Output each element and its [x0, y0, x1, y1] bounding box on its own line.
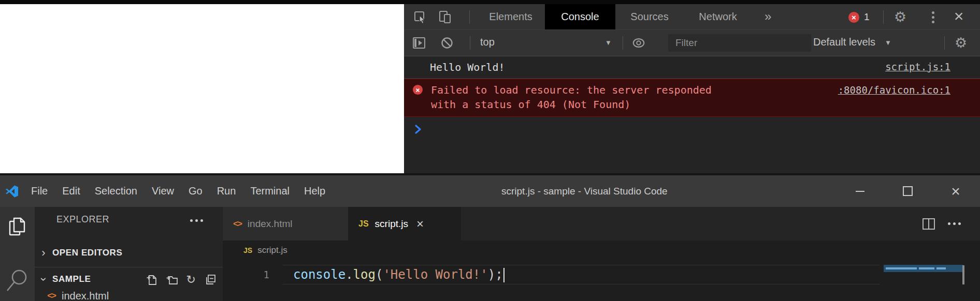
- maximize-button[interactable]: [899, 175, 916, 207]
- gear-icon: ⚙: [894, 10, 906, 24]
- tab-network[interactable]: Network: [684, 4, 752, 29]
- section-divider: [35, 267, 223, 267]
- inspect-element-icon-svg: [413, 10, 427, 24]
- open-editors-label: OPEN EDITORS: [52, 248, 122, 258]
- code-line-1[interactable]: console.log('Hello World!');: [293, 265, 505, 284]
- error-badge-count: 1: [864, 11, 870, 23]
- editor-group: <> index.html JS script.js ×: [223, 207, 980, 301]
- code-area[interactable]: 1 console.log('Hello World!');: [223, 260, 980, 301]
- js-file-icon: JS: [243, 246, 252, 254]
- toolbar-divider-1: [470, 36, 470, 50]
- live-expression-eye-icon[interactable]: [632, 36, 645, 50]
- collapse-all-icon[interactable]: [204, 274, 217, 286]
- tab-elements[interactable]: Elements: [477, 4, 545, 29]
- tab-close-icon[interactable]: ×: [416, 218, 424, 230]
- vscode-main: EXPLORER › OPEN EDITORS › SAMPLE: [0, 207, 980, 301]
- console-filter-input[interactable]: [668, 34, 811, 52]
- explorer-activity-icon[interactable]: [0, 216, 35, 237]
- menu-selection[interactable]: Selection: [88, 185, 145, 197]
- activity-bar: [0, 207, 35, 301]
- menu-file[interactable]: File: [24, 185, 55, 197]
- menu-help[interactable]: Help: [297, 185, 333, 197]
- close-icon: ×: [954, 8, 964, 24]
- explorer-more-actions-icon[interactable]: [190, 219, 203, 222]
- devtools-settings-icon[interactable]: ⚙: [893, 10, 907, 24]
- error-icon: ×: [413, 85, 423, 95]
- editor-tab-script-js[interactable]: JS script.js ×: [348, 207, 461, 240]
- new-folder-icon[interactable]: [166, 274, 178, 286]
- screenshot-root: Elements Console Sources Network » × 1 ⚙…: [0, 0, 980, 301]
- device-toolbar-icon-svg: [438, 10, 452, 24]
- more-tabs-icon[interactable]: »: [760, 4, 775, 29]
- menu-terminal[interactable]: Terminal: [243, 185, 297, 197]
- device-toolbar-icon[interactable]: [438, 10, 452, 24]
- tree-item-index-html[interactable]: <> index.html: [35, 287, 223, 301]
- log-levels-label: Default levels: [813, 36, 875, 48]
- browser-page-viewport: [0, 4, 404, 173]
- eye-icon-svg: [632, 37, 645, 49]
- folder-section-header[interactable]: › SAMPLE ↻: [35, 269, 223, 289]
- menu-edit[interactable]: Edit: [55, 185, 87, 197]
- line-number: 1: [254, 265, 269, 284]
- error-badge[interactable]: × 1: [848, 11, 870, 23]
- menu-run[interactable]: Run: [210, 185, 243, 197]
- split-editor-icon[interactable]: [922, 218, 935, 230]
- code-token: 'Hello World!': [383, 267, 487, 282]
- console-messages: Hello World! script.js:1 × Failed to loa…: [404, 56, 980, 137]
- console-toolbar: top ▼ Default levels ▼ ⚙: [404, 30, 980, 56]
- vscode-logo-icon: [5, 185, 19, 198]
- breadcrumb-file: script.js: [257, 245, 287, 255]
- html-file-icon: <>: [35, 291, 55, 301]
- new-file-icon[interactable]: [146, 274, 157, 286]
- editor-more-actions-icon[interactable]: [948, 222, 961, 225]
- inspect-element-icon[interactable]: [413, 10, 427, 24]
- console-settings-icon[interactable]: ⚙: [954, 36, 968, 50]
- code-token: .: [345, 267, 353, 282]
- context-selector-label: top: [480, 36, 495, 48]
- search-activity-icon[interactable]: [0, 265, 35, 301]
- code-token: (: [376, 267, 383, 282]
- close-icon: ×: [951, 184, 960, 199]
- menu-go[interactable]: Go: [181, 185, 210, 197]
- folder-label: SAMPLE: [52, 274, 91, 284]
- code-token: log: [353, 267, 376, 282]
- console-prompt-icon: [414, 124, 422, 134]
- menu-view[interactable]: View: [145, 185, 181, 197]
- console-log-row: Hello World! script.js:1: [404, 56, 980, 79]
- tab-label: index.html: [248, 218, 293, 230]
- tab-sources[interactable]: Sources: [615, 4, 684, 29]
- maximize-icon: [903, 186, 913, 196]
- editor-actions: [922, 207, 961, 240]
- levels-dropdown-arrow-icon: ▼: [885, 39, 891, 47]
- tree-item-label: index.html: [62, 290, 109, 301]
- refresh-icon[interactable]: ↻: [186, 274, 196, 285]
- devtools-close-button[interactable]: ×: [952, 9, 965, 23]
- explorer-sidebar: EXPLORER › OPEN EDITORS › SAMPLE: [35, 207, 223, 301]
- console-log-source-link[interactable]: script.js:1: [885, 61, 950, 72]
- editor-tabbar: <> index.html JS script.js ×: [223, 207, 980, 240]
- open-editors-section[interactable]: › OPEN EDITORS: [35, 243, 223, 263]
- folder-actions: ↻: [146, 274, 217, 286]
- search-icon: [6, 265, 29, 301]
- clear-console-icon[interactable]: [440, 36, 454, 50]
- minimize-button[interactable]: [851, 175, 869, 207]
- overview-ruler-marker: [962, 265, 964, 284]
- breadcrumb[interactable]: JS script.js: [223, 240, 980, 260]
- explorer-header: EXPLORER: [35, 207, 223, 232]
- console-error-source-link[interactable]: :8080/favicon.ico:1: [838, 84, 950, 96]
- kebab-icon: [932, 11, 934, 23]
- devtools-menu-icon[interactable]: [926, 10, 940, 24]
- tab-console[interactable]: Console: [545, 4, 615, 29]
- devtools-panel: Elements Console Sources Network » × 1 ⚙…: [404, 4, 980, 173]
- browser-window-top-edge: [0, 0, 980, 4]
- minimap-slider[interactable]: [884, 265, 963, 272]
- tabbar-divider-right: [883, 10, 884, 24]
- devtools-tabs: Elements Console Sources Network: [477, 4, 752, 29]
- vscode-titlebar: File Edit Selection View Go Run Terminal…: [0, 173, 980, 207]
- console-prompt[interactable]: [404, 117, 980, 137]
- block-icon-svg: [441, 37, 453, 49]
- console-sidebar-toggle-icon[interactable]: [412, 36, 426, 50]
- editor-tab-index-html[interactable]: <> index.html: [223, 207, 348, 240]
- text-cursor: [503, 268, 505, 282]
- window-close-button[interactable]: ×: [947, 175, 964, 207]
